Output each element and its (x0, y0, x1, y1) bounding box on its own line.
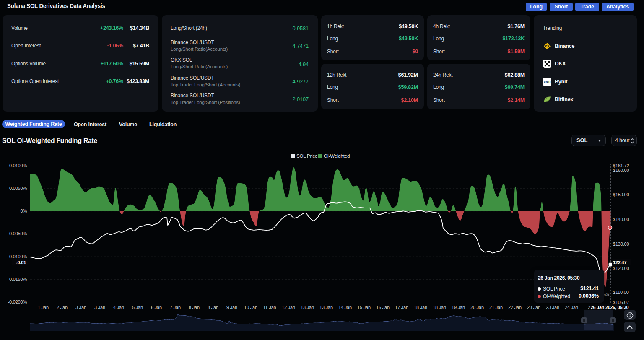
svg-text:24 Jan: 24 Jan (565, 305, 578, 310)
svg-text:-0.0050%: -0.0050% (8, 231, 27, 236)
svg-text:$160.00: $160.00 (613, 168, 629, 173)
svg-text:-0.0150%: -0.0150% (8, 277, 27, 282)
svg-text:22 Jan: 22 Jan (508, 305, 522, 310)
svg-text:9 Jan: 9 Jan (226, 305, 237, 310)
svg-text:4 Jan: 4 Jan (113, 305, 124, 310)
svg-text:5 Jan: 5 Jan (132, 305, 143, 310)
svg-text:18 Jan: 18 Jan (414, 305, 427, 310)
svg-text:23 Jan: 23 Jan (527, 305, 540, 310)
svg-text:11 Jan: 11 Jan (263, 305, 276, 310)
svg-text:12 Jan: 12 Jan (282, 305, 295, 310)
svg-text:$140.00: $140.00 (613, 217, 629, 222)
svg-text:0%: 0% (21, 208, 27, 213)
svg-text:23 Jan: 23 Jan (546, 305, 559, 310)
svg-text:$130.00: $130.00 (613, 241, 629, 247)
svg-text:3 Jan: 3 Jan (94, 305, 105, 310)
svg-text:8 Jan: 8 Jan (189, 305, 200, 310)
svg-text:18 Jan: 18 Jan (433, 305, 446, 310)
svg-text:10 Jan: 10 Jan (244, 305, 257, 310)
svg-text:$120.00: $120.00 (613, 266, 629, 271)
svg-text:20 Jan: 20 Jan (470, 305, 484, 310)
svg-text:0.0100%: 0.0100% (9, 163, 27, 168)
svg-text:2 Jan: 2 Jan (57, 305, 68, 310)
svg-text:19 Jan: 19 Jan (452, 305, 465, 310)
svg-text:13 Jan: 13 Jan (319, 305, 333, 310)
svg-text:-0.0200%: -0.0200% (8, 299, 27, 304)
svg-text:16 Jan: 16 Jan (376, 305, 390, 310)
svg-text:7 Jan: 7 Jan (170, 305, 181, 310)
svg-text:1 Jan: 1 Jan (38, 305, 49, 310)
svg-text:$110.00: $110.00 (613, 290, 629, 295)
svg-text:21 Jan: 21 Jan (489, 305, 503, 310)
svg-text:2: 2 (588, 305, 590, 310)
svg-text:6 Jan: 6 Jan (151, 305, 162, 310)
svg-text:26 Jan 2026, 05:30: 26 Jan 2026, 05:30 (591, 305, 629, 310)
svg-text:-0.01: -0.01 (16, 260, 26, 265)
svg-text:13 Jan: 13 Jan (301, 305, 314, 310)
svg-text:17 Jan: 17 Jan (395, 305, 408, 310)
svg-text:14 Jan: 14 Jan (338, 305, 352, 310)
svg-text:15 Jan: 15 Jan (357, 305, 371, 310)
svg-text:0.0050%: 0.0050% (9, 186, 27, 191)
svg-text:122.47: 122.47 (613, 260, 627, 265)
svg-text:8 Jan: 8 Jan (208, 305, 218, 310)
svg-text:$150.00: $150.00 (613, 192, 629, 197)
svg-text:-0.0100%: -0.0100% (8, 254, 27, 259)
svg-text:3 Jan: 3 Jan (75, 305, 86, 310)
